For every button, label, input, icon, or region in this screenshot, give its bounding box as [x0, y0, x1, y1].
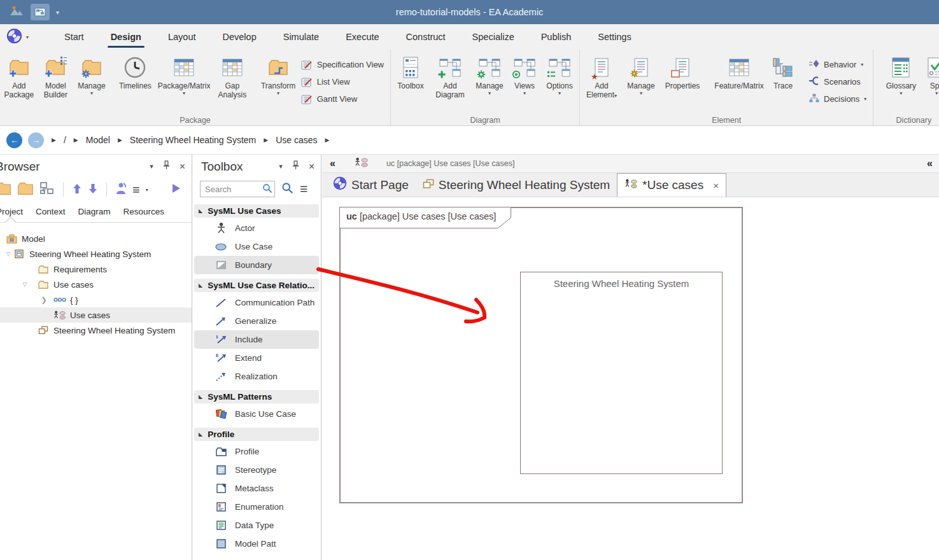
tree-item-use-cases-diagram[interactable]: Use cases — [0, 307, 192, 323]
gantt-view-button[interactable]: Gantt View — [299, 90, 389, 108]
specification-view-button[interactable]: Specification View — [299, 56, 389, 73]
toolbox-button[interactable]: Toolbox — [392, 51, 429, 90]
ribbon-tab-design[interactable]: Design — [97, 24, 155, 50]
toolbox-item-actor[interactable]: Actor — [194, 219, 319, 237]
behavior-button[interactable]: Behavior▾ — [807, 56, 872, 73]
timelines-button[interactable]: Timelines — [116, 51, 155, 90]
toolbox-item-use-case[interactable]: Use Case — [194, 237, 319, 256]
toolbox-item-stereotype[interactable]: Stereotype — [194, 461, 319, 479]
toolbox-item-enumeration[interactable]: E Enumeration — [194, 498, 319, 516]
pin-icon[interactable] — [292, 160, 299, 172]
toolbox-section-sysml-use-case-relationships[interactable]: ◣ SysML Use Case Relatio... — [194, 279, 319, 292]
toolbox-item-data-type[interactable]: Data Type — [194, 516, 319, 535]
ribbon-tab-specialize[interactable]: Specialize — [459, 24, 528, 50]
add-diagram-button[interactable]: Add Diagram — [429, 51, 471, 99]
tree-item-model[interactable]: Model — [0, 231, 192, 246]
package-matrix-button[interactable]: Package/Matrix ▾ — [155, 51, 213, 96]
toolbox-item-profile[interactable]: Profile — [194, 442, 319, 461]
expander-open-icon[interactable]: ▽ — [4, 251, 13, 257]
tree-item-system-package[interactable]: Steering Wheel Heating System — [0, 323, 192, 338]
move-up-icon[interactable] — [72, 183, 82, 197]
ribbon-tab-start[interactable]: Start — [51, 24, 97, 50]
hamburger-menu-icon[interactable]: ≡ — [132, 183, 140, 197]
glossary-button[interactable]: Glossary ▾ — [881, 51, 921, 96]
tab-steering-wheel-heating-system[interactable]: Steering Wheel Heating System — [416, 173, 617, 197]
nav-forward-button[interactable]: → — [28, 132, 44, 148]
play-icon[interactable] — [172, 183, 181, 196]
toolbox-item-realization[interactable]: Realization — [194, 367, 319, 386]
toolbox-item-metaclass[interactable]: Metaclass — [194, 479, 319, 498]
toolbox-item-generalize[interactable]: Generalize — [194, 312, 319, 330]
breadcrumb-system[interactable]: Steering Wheel Heating System — [130, 135, 256, 145]
expander-open-icon[interactable]: ▽ — [20, 281, 29, 288]
breadcrumb-root[interactable]: / — [64, 135, 66, 145]
manage-package-button[interactable]: Manage ▾ — [74, 51, 109, 96]
toolbox-item-boundary[interactable]: Boundary — [194, 256, 319, 274]
toolbox-section-profile[interactable]: ◣ Profile — [194, 428, 319, 441]
views-button[interactable]: Views ▾ — [508, 51, 541, 96]
tree-item-system-view[interactable]: ▽ Steering Wheel Heating System — [0, 246, 192, 262]
add-package-button[interactable]: Add Package — [1, 51, 37, 99]
decisions-button[interactable]: Decisions▾ — [807, 90, 872, 108]
browser-tab-project[interactable]: Project — [0, 207, 23, 216]
ribbon-tab-simulate[interactable]: Simulate — [270, 24, 332, 50]
quick-access-diagram-icon[interactable] — [31, 4, 50, 20]
trace-button[interactable]: Trace — [766, 51, 800, 90]
manage-diagram-button[interactable]: Manage ▾ — [471, 51, 508, 96]
find-toolbox-icon[interactable] — [281, 182, 293, 197]
move-down-icon[interactable] — [88, 183, 98, 197]
toolbox-item-basic-use-case[interactable]: Basic Use Case — [194, 405, 319, 423]
hamburger-caret-icon[interactable]: ▾ — [146, 187, 148, 193]
toolbox-section-sysml-patterns[interactable]: ◣ SysML Patterns — [194, 390, 319, 403]
spelling-button[interactable]: Spe ▾ — [921, 51, 939, 96]
toolbox-item-extend[interactable]: E Extend — [194, 349, 319, 367]
diagram-canvas[interactable]: uc [package] Use cases [Use cases] Steer… — [322, 198, 939, 560]
folder-icon[interactable] — [17, 182, 34, 198]
add-element-button[interactable]: ★ Add Element▾ — [581, 51, 622, 101]
close-icon[interactable]: × — [309, 161, 314, 172]
hierarchy-icon[interactable] — [39, 181, 55, 198]
properties-button[interactable]: Properties — [660, 51, 705, 90]
transform-button[interactable]: Transform ▾ — [258, 51, 298, 96]
expander-closed-icon[interactable]: ❯ — [39, 296, 48, 304]
collapse-right-icon[interactable]: « — [927, 158, 939, 169]
breadcrumb-use-cases[interactable]: Use cases — [276, 135, 317, 145]
ribbon-tab-construct[interactable]: Construct — [393, 24, 459, 50]
ribbon-tab-develop[interactable]: Develop — [209, 24, 270, 50]
ribbon-tab-layout[interactable]: Layout — [155, 24, 209, 50]
ea-logo-caret-icon[interactable]: ▾ — [26, 34, 29, 40]
toolbox-menu-icon[interactable]: ≡ — [300, 181, 307, 197]
breadcrumb-model[interactable]: Model — [86, 135, 110, 145]
browser-tab-context[interactable]: Context — [36, 207, 66, 216]
panel-menu-caret-icon[interactable]: ▾ — [279, 162, 283, 171]
scenarios-button[interactable]: Scenarios — [807, 73, 872, 90]
boundary-element[interactable]: Steering Wheel Heating System — [520, 272, 723, 474]
ribbon-tab-publish[interactable]: Publish — [528, 24, 585, 50]
toolbox-item-model-pattern[interactable]: Model Patt — [194, 535, 319, 553]
tab-start-page[interactable]: Start Page — [326, 173, 416, 197]
pin-icon[interactable] — [163, 160, 170, 172]
manage-element-button[interactable]: Manage ▾ — [622, 51, 660, 96]
browser-tab-diagram[interactable]: Diagram — [78, 207, 111, 216]
close-tab-icon[interactable]: × — [713, 180, 719, 191]
locate-user-icon[interactable] — [115, 182, 127, 197]
toolbox-section-sysml-use-cases[interactable]: ◣ SysML Use Cases — [194, 204, 319, 218]
quick-access-caret-icon[interactable]: ▾ — [56, 9, 59, 16]
browser-tab-resources[interactable]: Resources — [124, 207, 165, 216]
ea-logo-icon[interactable] — [6, 28, 22, 46]
model-builder-button[interactable]: Model Builder — [37, 51, 74, 99]
tree-item-requirements[interactable]: Requirements — [0, 262, 192, 277]
toolbox-item-include[interactable]: Include — [194, 330, 319, 349]
ribbon-tab-settings[interactable]: Settings — [584, 24, 644, 50]
list-view-button[interactable]: List View — [299, 73, 389, 90]
tree-item-use-cases-folder[interactable]: ▽ Use cases — [0, 277, 192, 292]
gap-analysis-button[interactable]: Gap Analysis — [213, 51, 251, 99]
options-button[interactable]: Options ▾ — [541, 51, 578, 96]
nav-back-button[interactable]: ← — [6, 132, 22, 148]
new-package-icon[interactable] — [0, 182, 11, 198]
tab-use-cases[interactable]: *Use cases × — [617, 173, 726, 197]
toolbox-item-communication-path[interactable]: Communication Path — [194, 293, 319, 312]
collapse-left-icon[interactable]: « — [322, 158, 335, 169]
close-icon[interactable]: × — [180, 161, 185, 172]
panel-menu-caret-icon[interactable]: ▾ — [150, 162, 153, 171]
